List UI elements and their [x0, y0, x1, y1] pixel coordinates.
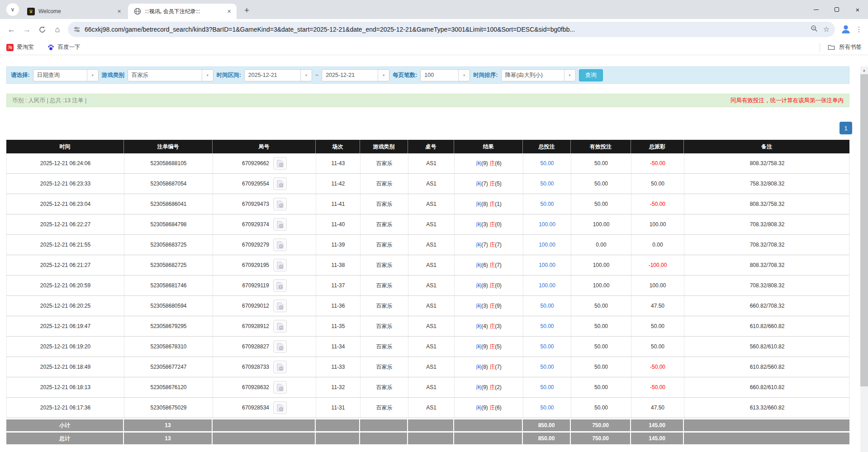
page-size-select[interactable]: 100 ▼ [420, 69, 470, 81]
tab-welcome[interactable]: ♛ Welcome × [22, 4, 127, 19]
tab-title: Welcome [38, 8, 115, 14]
window-minimize-button[interactable] [806, 0, 826, 19]
cell-remark: 808.32/758.32 [684, 153, 850, 173]
header-cell: 游戏类别 [360, 140, 408, 153]
cell-total-bet: 100.00 [523, 255, 571, 275]
back-icon: ← [7, 25, 15, 34]
url-text[interactable]: 66cxkj98.com/game/betrecord_search/kind3… [85, 26, 807, 33]
browser-menu-button[interactable]: ⋮ [854, 24, 864, 35]
game-type-select[interactable]: 百家乐 ▼ [128, 69, 213, 81]
address-bar[interactable]: 66cxkj98.com/game/betrecord_search/kind3… [68, 22, 835, 37]
cell-valid-bet: 100.00 [571, 276, 631, 295]
zoom-icon[interactable] [811, 25, 818, 34]
cell-valid-bet: 50.00 [571, 153, 631, 173]
kebab-menu-icon: ⋮ [856, 25, 863, 33]
footer-cell: 750.00 [571, 433, 631, 444]
video-replay-button[interactable] [273, 218, 287, 231]
scrollbar-thumb[interactable] [860, 74, 868, 386]
window-close-button[interactable]: × [847, 0, 868, 19]
cell-total-bet: 50.00 [523, 357, 571, 377]
cell-result: 闲(9) 庄(6) [455, 153, 523, 173]
cell-table-no: AS1 [408, 296, 455, 316]
search-button[interactable]: 查询 [579, 69, 603, 81]
bookmark-baidu[interactable]: 百度一下 [47, 43, 81, 51]
tab-search-button[interactable]: ∨ [6, 3, 19, 16]
back-button[interactable]: ← [4, 22, 19, 37]
cell-table-no: AS1 [408, 174, 455, 194]
cell-time: 2025-12-21 06:21:27 [7, 255, 124, 275]
cell-valid-bet: 50.00 [571, 377, 631, 397]
cell-round-no: 670928733 [213, 357, 316, 377]
video-record-icon [277, 262, 284, 269]
close-tab-icon[interactable]: × [225, 8, 233, 15]
cell-round-no: 670928534 [213, 398, 316, 418]
video-replay-button[interactable] [273, 238, 287, 251]
cell-session: 11-35 [316, 316, 360, 336]
video-replay-button[interactable] [273, 279, 287, 292]
footer-cell [360, 419, 408, 431]
cell-session: 11-40 [316, 214, 360, 234]
footer-cell [454, 433, 523, 444]
footer-label: 总计 [6, 433, 124, 444]
bookmark-taobao[interactable]: 淘 爱淘宝 [6, 43, 34, 51]
video-replay-button[interactable] [273, 340, 287, 353]
maximize-icon [835, 7, 839, 12]
scroll-up-icon[interactable]: ▲ [860, 67, 868, 74]
table-row: 2025-12-21 06:23:33523058687054670929554… [6, 174, 849, 194]
baidu-paw-icon [47, 44, 55, 51]
cell-result: 闲(4) 庄(3) [455, 316, 523, 336]
cell-payout: 50.00 [631, 316, 684, 336]
scrollbar[interactable]: ▲ ▼ [860, 67, 868, 452]
footer-label: 小计 [6, 419, 124, 431]
site-info-icon[interactable] [73, 26, 81, 33]
video-record-icon [276, 282, 283, 290]
cell-time: 2025-12-21 06:23:04 [7, 194, 124, 214]
cell-payout: 47.50 [631, 398, 684, 418]
chevron-down-icon: ▼ [300, 70, 312, 81]
page-content: 请选择: 日期查询 ▼ 游戏类别 百家乐 ▼ 时间区间: 2025-12-21 … [0, 67, 868, 452]
cell-result: 闲(7) 庄(5) [455, 174, 523, 194]
date-start-select[interactable]: 2025-12-21 ▼ [244, 69, 312, 81]
sort-select[interactable]: 降幂(由大到小) ▼ [501, 69, 576, 81]
reload-button[interactable] [34, 22, 50, 37]
date-end-select[interactable]: 2025-12-21 ▼ [322, 69, 389, 81]
video-replay-button[interactable] [273, 300, 287, 312]
cell-valid-bet: 50.00 [571, 296, 631, 316]
cell-remark: 660.82/610.82 [684, 377, 850, 397]
profile-avatar[interactable] [840, 24, 852, 36]
cell-total-bet: 100.00 [523, 214, 571, 234]
bookmark-star-icon[interactable]: ☆ [823, 26, 830, 33]
cell-result: 闲(3) 庄(0) [455, 214, 523, 234]
window-maximize-button[interactable] [826, 0, 847, 19]
video-record-icon [277, 404, 284, 412]
close-tab-icon[interactable]: × [115, 8, 123, 15]
table-row: 2025-12-21 06:18:49523058677247670928733… [6, 357, 849, 377]
video-replay-button[interactable] [273, 198, 287, 210]
cell-bet-no: 523058683725 [124, 235, 213, 255]
video-record-icon [277, 363, 284, 371]
home-icon: ⌂ [55, 25, 60, 34]
tab-title: :::视讯, 会员下注纪录::: [145, 8, 225, 15]
cell-round-no: 670929119 [213, 276, 316, 295]
video-replay-button[interactable] [273, 157, 287, 170]
video-replay-button[interactable] [273, 320, 287, 333]
cell-bet-no: 523058680594 [124, 296, 213, 316]
cell-round-no: 670929279 [213, 235, 316, 255]
cell-game-type: 百家乐 [360, 276, 408, 295]
video-replay-button[interactable] [273, 381, 287, 394]
video-record-icon [277, 323, 284, 330]
video-replay-button[interactable] [273, 259, 287, 271]
pagination-page-1[interactable]: 1 [840, 122, 852, 134]
cell-round-no: 670928827 [213, 337, 316, 357]
video-replay-button[interactable] [273, 177, 287, 190]
cell-time: 2025-12-21 06:22:27 [7, 214, 124, 234]
video-replay-button[interactable] [273, 361, 287, 373]
query-type-select[interactable]: 日期查询 ▼ [33, 69, 99, 81]
footer-cell: 13 [124, 433, 213, 444]
tab-bet-record[interactable]: :::视讯, 会员下注纪录::: × [128, 4, 237, 19]
forward-button[interactable]: → [19, 22, 34, 37]
video-replay-button[interactable] [273, 401, 287, 414]
new-tab-button[interactable]: + [241, 4, 253, 16]
home-button[interactable]: ⌂ [50, 22, 65, 37]
all-bookmarks-label[interactable]: 所有书签 [839, 43, 862, 51]
